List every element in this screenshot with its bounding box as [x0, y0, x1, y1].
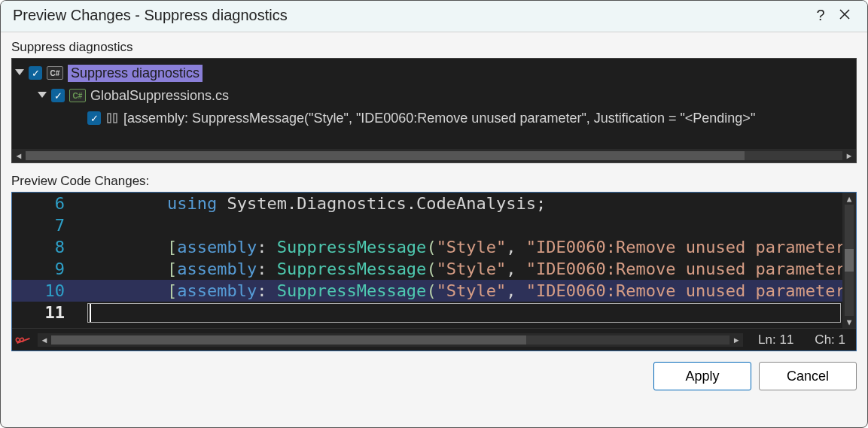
scroll-track[interactable] — [26, 151, 842, 160]
tree-file-label: GlobalSuppressions.cs — [90, 88, 229, 104]
code-line[interactable]: 7 — [12, 214, 856, 236]
code-preview[interactable]: 6 using System.Diagnostics.CodeAnalysis;… — [11, 192, 857, 351]
code-text: [assembly: SuppressMessage("Style", "IDE… — [87, 281, 856, 300]
code-text: [assembly: SuppressMessage("Style", "IDE… — [87, 260, 856, 278]
line-number: 6 — [12, 194, 87, 213]
csharp-file-icon: C# — [69, 89, 86, 102]
scroll-down-icon[interactable]: ▼ — [842, 316, 856, 328]
code-line[interactable]: 11 — [12, 302, 856, 323]
tree-checkbox[interactable]: ✓ — [87, 111, 101, 125]
preview-changes-dialog: Preview Changes - Suppress diagnostics ?… — [0, 0, 868, 428]
close-button[interactable] — [833, 9, 857, 23]
svg-rect-3 — [114, 114, 117, 123]
expand-caret-icon[interactable] — [38, 91, 47, 100]
tree-item-label: [assembly: SuppressMessage("Style", "IDE… — [123, 111, 755, 126]
active-line-box[interactable] — [87, 303, 841, 323]
code-line[interactable]: 6 using System.Diagnostics.CodeAnalysis; — [12, 193, 856, 214]
tree-root[interactable]: ✓ C# Suppress diagnostics — [15, 62, 853, 84]
scroll-right-icon[interactable]: ► — [842, 151, 856, 160]
changes-tree[interactable]: ✓ C# Suppress diagnostics ✓ C# GlobalSup… — [11, 58, 857, 163]
status-line: Ln: 11 — [758, 332, 793, 348]
scroll-thumb[interactable] — [51, 335, 526, 345]
code-v-scrollbar[interactable]: ▲ ▼ — [842, 193, 856, 328]
csharp-project-icon: C# — [47, 66, 63, 80]
line-number: 10 — [12, 281, 87, 300]
scroll-left-icon[interactable]: ◄ — [12, 151, 26, 160]
code-text: [assembly: SuppressMessage("Style", "IDE… — [87, 238, 856, 256]
scroll-left-icon[interactable]: ◄ — [38, 335, 51, 345]
tree-section-label: Suppress diagnostics — [11, 40, 857, 55]
preview-section-label: Preview Code Changes: — [11, 174, 857, 189]
scroll-right-icon[interactable]: ► — [729, 335, 743, 345]
line-number: 8 — [12, 238, 87, 256]
line-number: 11 — [12, 303, 87, 322]
scroll-thumb[interactable] — [845, 249, 854, 272]
tree-root-label: Suppress diagnostics — [68, 65, 203, 82]
text-cursor — [90, 304, 91, 322]
code-line[interactable]: 9 [assembly: SuppressMessage("Style", "I… — [12, 258, 856, 280]
tree-checkbox[interactable]: ✓ — [29, 66, 42, 80]
apply-button[interactable]: Apply — [653, 362, 751, 390]
line-number: 7 — [12, 216, 87, 235]
dialog-title: Preview Changes - Suppress diagnostics — [13, 7, 809, 24]
code-line[interactable]: 10 [assembly: SuppressMessage("Style", "… — [12, 280, 856, 302]
tree-file[interactable]: ✓ C# GlobalSuppressions.cs — [15, 84, 853, 107]
scroll-thumb[interactable] — [26, 151, 745, 160]
tree-h-scrollbar[interactable]: ◄ ► — [12, 149, 856, 162]
close-icon — [839, 9, 850, 20]
line-number: 9 — [12, 260, 87, 278]
status-col: Ch: 1 — [815, 332, 845, 348]
attribute-icon — [105, 111, 119, 125]
cancel-button[interactable]: Cancel — [759, 362, 857, 390]
code-h-scrollbar[interactable]: ◄ ► — [38, 333, 743, 347]
titlebar: Preview Changes - Suppress diagnostics ? — [1, 1, 867, 32]
tree-checkbox[interactable]: ✓ — [51, 89, 65, 102]
error-indicator-icon[interactable]: ∞ — [15, 332, 33, 348]
tree-item[interactable]: ✓ [assembly: SuppressMessage("Style", "I… — [15, 107, 853, 129]
code-text: using System.Diagnostics.CodeAnalysis; — [87, 194, 856, 213]
scroll-track[interactable] — [51, 335, 729, 345]
scroll-track[interactable] — [845, 205, 854, 316]
svg-rect-2 — [108, 114, 111, 123]
help-button[interactable]: ? — [809, 7, 833, 24]
expand-caret-icon[interactable] — [15, 68, 24, 77]
code-line[interactable]: 8 [assembly: SuppressMessage("Style", "I… — [12, 236, 856, 258]
dialog-buttons: Apply Cancel — [11, 351, 857, 390]
code-status-bar: ∞ ◄ ► Ln: 11 Ch: 1 — [12, 328, 856, 351]
scroll-up-icon[interactable]: ▲ — [842, 193, 856, 205]
